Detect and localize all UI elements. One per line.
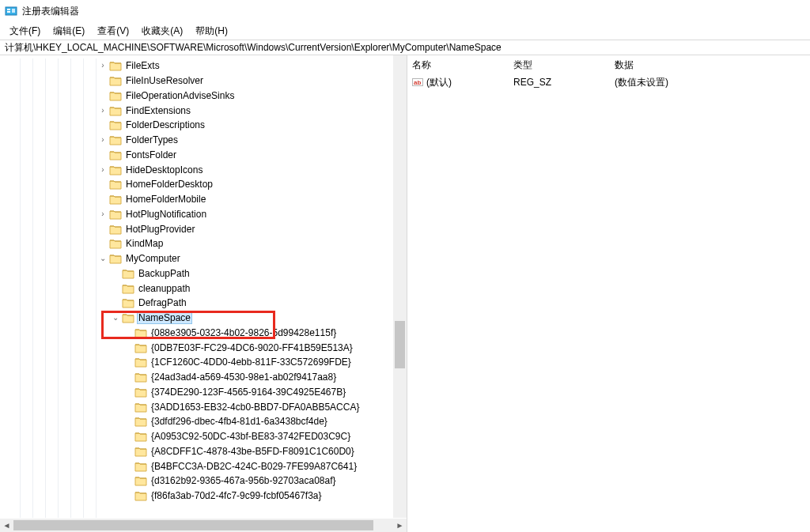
chevron-right-icon[interactable]: › — [98, 209, 108, 219]
regedit-icon — [5, 5, 17, 17]
svg-text:ab: ab — [414, 79, 421, 86]
folder-icon — [109, 90, 122, 101]
row-name-label: (默认) — [426, 76, 452, 89]
tree-item[interactable]: {B4BFCC3A-DB2C-424C-B029-7FE99A87C641} — [0, 458, 393, 474]
address-bar[interactable]: 计算机\HKEY_LOCAL_MACHINE\SOFTWARE\Microsof… — [0, 40, 810, 55]
tree-item-label: HomeFolderMobile — [125, 194, 206, 205]
hscroll-thumb[interactable] — [13, 520, 373, 530]
tree-item[interactable]: cleanuppath — [0, 281, 393, 296]
col-type[interactable]: 类型 — [509, 56, 610, 74]
svg-rect-3 — [12, 9, 15, 13]
tree-item-label: FindExtensions — [125, 105, 191, 116]
folder-icon — [109, 179, 122, 190]
chevron-right-icon[interactable]: › — [98, 106, 108, 115]
folder-icon — [134, 327, 147, 338]
tree-item[interactable]: {A8CDFF1C-4878-43be-B5FD-F8091C1C60D0} — [0, 444, 393, 459]
tree-item[interactable]: HotPlugProvider — [0, 221, 393, 236]
tree-item[interactable]: FolderDescriptions — [0, 118, 393, 133]
hscroll-left-icon[interactable]: ◄ — [0, 519, 13, 532]
chevron-right-icon[interactable]: › — [98, 61, 108, 70]
tree-item[interactable]: ›HotPlugNotification — [0, 207, 393, 222]
tree-item-label: DefragPath — [138, 297, 187, 308]
svg-rect-2 — [7, 11, 10, 13]
folder-icon — [109, 105, 122, 116]
folder-icon — [134, 357, 147, 368]
tree-item[interactable]: ⌄MyComputer — [0, 251, 393, 266]
folder-icon — [122, 283, 134, 294]
menu-edit[interactable]: 编辑(E) — [47, 23, 91, 40]
folder-icon — [109, 134, 122, 145]
tree-item[interactable]: {0DB7E03F-FC29-4DC6-9020-FF41B59E513A} — [0, 340, 393, 355]
menu-view[interactable]: 查看(V) — [91, 23, 135, 40]
col-name[interactable]: 名称 — [407, 56, 509, 74]
row-data-label: (数值未设置) — [615, 76, 668, 89]
svg-rect-1 — [7, 9, 10, 10]
tree-item-label: {24ad3ad4-a569-4530-98e1-ab02f9417aa8} — [150, 372, 337, 383]
menu-file[interactable]: 文件(F) — [3, 23, 47, 40]
tree-item[interactable]: ›FileExts — [0, 58, 393, 74]
tree-item-label: {A8CDFF1C-4878-43be-B5FD-F8091C1C60D0} — [150, 446, 355, 457]
folder-icon — [122, 312, 134, 323]
string-value-icon: ab — [412, 77, 423, 88]
tree-item-label: {B4BFCC3A-DB2C-424C-B029-7FE99A87C641} — [150, 461, 358, 472]
tree-item[interactable]: HomeFolderDesktop — [0, 177, 393, 192]
titlebar: 注册表编辑器 — [0, 0, 810, 22]
menu-favorites[interactable]: 收藏夹(A) — [135, 23, 189, 40]
hscroll-track[interactable] — [13, 519, 393, 532]
tree-item[interactable]: DefragPath — [0, 296, 393, 311]
folder-icon — [122, 297, 134, 308]
tree-item[interactable]: {3dfdf296-dbec-4fb4-81d1-6a3438bcf4de} — [0, 414, 393, 429]
chevron-down-icon[interactable]: ⌄ — [98, 254, 108, 263]
chevron-right-icon[interactable]: › — [98, 135, 108, 145]
tree-item[interactable]: ›FindExtensions — [0, 103, 393, 118]
tree-item[interactable]: FileInUseResolver — [0, 74, 393, 89]
tree-item[interactable]: FileOperationAdviseSinks — [0, 89, 393, 104]
vscroll-thumb[interactable] — [395, 321, 405, 368]
tree-item-label: {3dfdf296-dbec-4fb4-81d1-6a3438bcf4de} — [150, 416, 328, 427]
tree-item[interactable]: {24ad3ad4-a569-4530-98e1-ab02f9417aa8} — [0, 370, 393, 385]
tree-item-label: {1CF1260C-4DD0-4ebb-811F-33C572699FDE} — [150, 357, 352, 368]
tree-horizontal-scrollbar[interactable]: ◄ ► — [0, 519, 407, 532]
tree-item-label: {3ADD1653-EB32-4cb0-BBD7-DFA0ABB5ACCA} — [150, 402, 360, 413]
tree-item-label: {A0953C92-50DC-43bf-BE83-3742FED03C9C} — [150, 431, 351, 442]
tree-item[interactable]: {f86fa3ab-70d2-4fc7-9c99-fcbf05467f3a} — [0, 489, 393, 504]
chevron-down-icon[interactable]: ⌄ — [111, 313, 120, 323]
folder-icon — [109, 224, 122, 235]
tree-item[interactable]: {3ADD1653-EB32-4cb0-BBD7-DFA0ABB5ACCA} — [0, 399, 393, 414]
tree-item[interactable]: {1CF1260C-4DD0-4ebb-811F-33C572699FDE} — [0, 355, 393, 370]
tree-scroll[interactable]: ›FileExtsFileInUseResolverFileOperationA… — [0, 58, 407, 518]
tree-item[interactable]: {A0953C92-50DC-43bf-BE83-3742FED03C9C} — [0, 429, 393, 444]
chevron-right-icon[interactable]: › — [98, 165, 108, 175]
tree-item-label: FileExts — [125, 60, 161, 71]
tree-item-label: FolderTypes — [125, 134, 179, 145]
tree-item-label: {0DB7E03F-FC29-4DC6-9020-FF41B59E513A} — [150, 342, 354, 353]
tree-item[interactable]: BackupPath — [0, 266, 393, 281]
col-data[interactable]: 数据 — [610, 56, 810, 74]
tree-item-label: {374DE290-123F-4565-9164-39C4925E467B} — [150, 387, 346, 398]
tree-item-label: {088e3905-0323-4b02-9826-5d99428e115f} — [150, 327, 337, 338]
menu-help[interactable]: 帮助(H) — [189, 23, 234, 40]
tree-item[interactable]: KindMap — [0, 236, 393, 251]
tree-item[interactable]: HomeFolderMobile — [0, 192, 393, 207]
tree-item-label: {d3162b92-9365-467a-956b-92703aca08af} — [150, 475, 337, 486]
tree-item[interactable]: ›HideDesktopIcons — [0, 162, 393, 177]
tree-vertical-scrollbar[interactable] — [393, 55, 407, 518]
tree-item[interactable]: {374DE290-123F-4565-9164-39C4925E467B} — [0, 385, 393, 400]
folder-icon — [109, 164, 122, 175]
tree-item-label: FolderDescriptions — [125, 119, 206, 130]
hscroll-right-icon[interactable]: ► — [393, 519, 407, 532]
tree-item[interactable]: ⌄NameSpace — [0, 311, 393, 326]
tree-item-label: {f86fa3ab-70d2-4fc7-9c99-fcbf05467f3a} — [150, 490, 323, 501]
folder-icon — [134, 475, 147, 486]
folder-icon — [134, 372, 147, 383]
tree-item[interactable]: {d3162b92-9365-467a-956b-92703aca08af} — [0, 474, 393, 489]
tree-pane: ›FileExtsFileInUseResolverFileOperationA… — [0, 55, 407, 532]
row-type-label: REG_SZ — [513, 77, 551, 88]
folder-icon — [122, 268, 134, 279]
list-row[interactable]: ab (默认) REG_SZ (数值未设置) — [407, 74, 810, 90]
folder-icon — [134, 446, 147, 457]
tree-item[interactable]: ›FolderTypes — [0, 133, 393, 148]
tree-item[interactable]: {088e3905-0323-4b02-9826-5d99428e115f} — [0, 326, 393, 341]
tree-item[interactable]: FontsFolder — [0, 148, 393, 163]
cell-type: REG_SZ — [509, 77, 610, 88]
